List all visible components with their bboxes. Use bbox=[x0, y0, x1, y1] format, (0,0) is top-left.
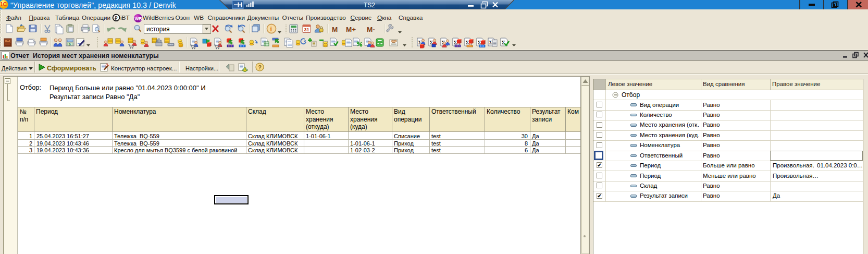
svg-text:₽: ₽ bbox=[115, 16, 118, 21]
svg-text:1C: 1C bbox=[0, 2, 7, 7]
svg-text:M+: M+ bbox=[346, 26, 356, 33]
svg-text:?: ? bbox=[258, 64, 262, 70]
svg-text:TS2: TS2 bbox=[364, 2, 375, 9]
svg-text:история: история bbox=[146, 26, 170, 33]
svg-text:i: i bbox=[270, 26, 272, 33]
svg-text:31: 31 bbox=[304, 27, 309, 32]
svg-text:WB: WB bbox=[134, 16, 142, 21]
svg-text:$: $ bbox=[69, 42, 71, 46]
svg-text:M-: M- bbox=[367, 26, 375, 33]
svg-text:M: M bbox=[332, 26, 338, 33]
